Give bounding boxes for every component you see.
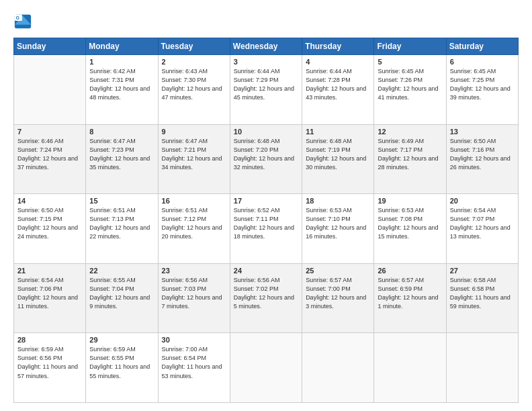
day-cell: 9Sunrise: 6:47 AMSunset: 7:21 PMDaylight… — [158, 124, 230, 194]
weekday-header-saturday: Saturday — [446, 38, 518, 55]
day-cell — [14, 55, 86, 125]
day-cell: 14Sunrise: 6:50 AMSunset: 7:15 PMDayligh… — [14, 194, 86, 264]
weekday-header-thursday: Thursday — [302, 38, 374, 55]
day-number: 10 — [234, 128, 298, 136]
day-cell: 12Sunrise: 6:49 AMSunset: 7:17 PMDayligh… — [374, 124, 446, 194]
day-cell — [374, 333, 446, 403]
day-cell: 1Sunrise: 6:42 AMSunset: 7:31 PMDaylight… — [86, 55, 158, 125]
day-info: Sunrise: 6:44 AMSunset: 7:29 PMDaylight:… — [234, 67, 298, 102]
day-info: Sunrise: 6:50 AMSunset: 7:15 PMDaylight:… — [17, 206, 82, 241]
day-info: Sunrise: 6:47 AMSunset: 7:21 PMDaylight:… — [162, 137, 226, 172]
day-info: Sunrise: 6:45 AMSunset: 7:26 PMDaylight:… — [378, 67, 442, 102]
day-number: 15 — [89, 197, 154, 205]
weekday-header-row: SundayMondayTuesdayWednesdayThursdayFrid… — [14, 38, 519, 55]
day-cell: 13Sunrise: 6:50 AMSunset: 7:16 PMDayligh… — [446, 124, 518, 194]
day-cell: 17Sunrise: 6:52 AMSunset: 7:11 PMDayligh… — [230, 194, 302, 264]
day-info: Sunrise: 6:42 AMSunset: 7:31 PMDaylight:… — [89, 67, 154, 102]
day-number: 12 — [378, 128, 442, 136]
day-info: Sunrise: 6:46 AMSunset: 7:24 PMDaylight:… — [17, 137, 82, 172]
svg-text:G: G — [16, 15, 19, 20]
day-number: 21 — [17, 267, 82, 275]
day-info: Sunrise: 6:56 AMSunset: 7:02 PMDaylight:… — [234, 276, 298, 311]
day-cell: 29Sunrise: 6:59 AMSunset: 6:55 PMDayligh… — [86, 333, 158, 403]
day-number: 3 — [234, 58, 298, 66]
day-cell: 2Sunrise: 6:43 AMSunset: 7:30 PMDaylight… — [158, 55, 230, 125]
day-number: 17 — [234, 197, 298, 205]
day-number: 30 — [162, 336, 226, 344]
day-cell: 6Sunrise: 6:45 AMSunset: 7:25 PMDaylight… — [446, 55, 518, 125]
page: G SundayMondayTuesdayWednesdayThursdayFr… — [0, 0, 532, 411]
logo-icon: G — [13, 12, 32, 31]
day-cell: 24Sunrise: 6:56 AMSunset: 7:02 PMDayligh… — [230, 263, 302, 333]
logo: G — [13, 12, 35, 31]
day-info: Sunrise: 6:54 AMSunset: 7:06 PMDaylight:… — [17, 276, 82, 311]
day-cell: 27Sunrise: 6:58 AMSunset: 6:58 PMDayligh… — [446, 263, 518, 333]
day-info: Sunrise: 6:57 AMSunset: 6:59 PMDaylight:… — [378, 276, 442, 311]
day-info: Sunrise: 6:59 AMSunset: 6:55 PMDaylight:… — [89, 345, 154, 380]
day-number: 28 — [17, 336, 82, 344]
weekday-header-friday: Friday — [374, 38, 446, 55]
day-info: Sunrise: 6:59 AMSunset: 6:56 PMDaylight:… — [17, 345, 82, 380]
calendar-table: SundayMondayTuesdayWednesdayThursdayFrid… — [13, 38, 519, 403]
day-number: 8 — [89, 128, 154, 136]
day-info: Sunrise: 6:52 AMSunset: 7:11 PMDaylight:… — [234, 206, 298, 241]
day-number: 18 — [306, 197, 370, 205]
day-number: 24 — [234, 267, 298, 275]
day-cell: 7Sunrise: 6:46 AMSunset: 7:24 PMDaylight… — [14, 124, 86, 194]
day-info: Sunrise: 6:57 AMSunset: 7:00 PMDaylight:… — [306, 276, 370, 311]
day-number: 27 — [450, 267, 515, 275]
day-info: Sunrise: 7:00 AMSunset: 6:54 PMDaylight:… — [162, 345, 226, 380]
day-info: Sunrise: 6:51 AMSunset: 7:13 PMDaylight:… — [89, 206, 154, 241]
day-cell — [230, 333, 302, 403]
day-cell — [302, 333, 374, 403]
day-cell: 16Sunrise: 6:51 AMSunset: 7:12 PMDayligh… — [158, 194, 230, 264]
day-info: Sunrise: 6:49 AMSunset: 7:17 PMDaylight:… — [378, 137, 442, 172]
day-cell: 25Sunrise: 6:57 AMSunset: 7:00 PMDayligh… — [302, 263, 374, 333]
day-number: 9 — [162, 128, 226, 136]
day-number: 7 — [17, 128, 82, 136]
day-number: 2 — [162, 58, 226, 66]
week-row-3: 14Sunrise: 6:50 AMSunset: 7:15 PMDayligh… — [14, 194, 519, 264]
day-cell: 28Sunrise: 6:59 AMSunset: 6:56 PMDayligh… — [14, 333, 86, 403]
day-cell: 20Sunrise: 6:54 AMSunset: 7:07 PMDayligh… — [446, 194, 518, 264]
day-info: Sunrise: 6:43 AMSunset: 7:30 PMDaylight:… — [162, 67, 226, 102]
day-info: Sunrise: 6:58 AMSunset: 6:58 PMDaylight:… — [450, 276, 515, 311]
day-number: 20 — [450, 197, 515, 205]
day-info: Sunrise: 6:53 AMSunset: 7:08 PMDaylight:… — [378, 206, 442, 241]
week-row-2: 7Sunrise: 6:46 AMSunset: 7:24 PMDaylight… — [14, 124, 519, 194]
day-info: Sunrise: 6:47 AMSunset: 7:23 PMDaylight:… — [89, 137, 154, 172]
day-info: Sunrise: 6:51 AMSunset: 7:12 PMDaylight:… — [162, 206, 226, 241]
day-number: 6 — [450, 58, 515, 66]
day-cell: 5Sunrise: 6:45 AMSunset: 7:26 PMDaylight… — [374, 55, 446, 125]
week-row-4: 21Sunrise: 6:54 AMSunset: 7:06 PMDayligh… — [14, 263, 519, 333]
day-number: 4 — [306, 58, 370, 66]
day-info: Sunrise: 6:44 AMSunset: 7:28 PMDaylight:… — [306, 67, 370, 102]
day-cell: 4Sunrise: 6:44 AMSunset: 7:28 PMDaylight… — [302, 55, 374, 125]
day-info: Sunrise: 6:48 AMSunset: 7:20 PMDaylight:… — [234, 137, 298, 172]
day-cell: 22Sunrise: 6:55 AMSunset: 7:04 PMDayligh… — [86, 263, 158, 333]
day-info: Sunrise: 6:48 AMSunset: 7:19 PMDaylight:… — [306, 137, 370, 172]
day-cell: 10Sunrise: 6:48 AMSunset: 7:20 PMDayligh… — [230, 124, 302, 194]
day-number: 29 — [89, 336, 154, 344]
day-number: 23 — [162, 267, 226, 275]
day-cell: 11Sunrise: 6:48 AMSunset: 7:19 PMDayligh… — [302, 124, 374, 194]
day-number: 13 — [450, 128, 515, 136]
day-number: 11 — [306, 128, 370, 136]
day-number: 25 — [306, 267, 370, 275]
day-cell: 30Sunrise: 7:00 AMSunset: 6:54 PMDayligh… — [158, 333, 230, 403]
day-cell: 26Sunrise: 6:57 AMSunset: 6:59 PMDayligh… — [374, 263, 446, 333]
day-info: Sunrise: 6:56 AMSunset: 7:03 PMDaylight:… — [162, 276, 226, 311]
week-row-1: 1Sunrise: 6:42 AMSunset: 7:31 PMDaylight… — [14, 55, 519, 125]
day-cell: 8Sunrise: 6:47 AMSunset: 7:23 PMDaylight… — [86, 124, 158, 194]
day-number: 14 — [17, 197, 82, 205]
day-info: Sunrise: 6:55 AMSunset: 7:04 PMDaylight:… — [89, 276, 154, 311]
day-info: Sunrise: 6:45 AMSunset: 7:25 PMDaylight:… — [450, 67, 515, 102]
day-number: 19 — [378, 197, 442, 205]
day-cell — [446, 333, 518, 403]
day-info: Sunrise: 6:50 AMSunset: 7:16 PMDaylight:… — [450, 137, 515, 172]
weekday-header-wednesday: Wednesday — [230, 38, 302, 55]
header: G — [13, 12, 519, 31]
day-cell: 18Sunrise: 6:53 AMSunset: 7:10 PMDayligh… — [302, 194, 374, 264]
day-number: 5 — [378, 58, 442, 66]
day-cell: 21Sunrise: 6:54 AMSunset: 7:06 PMDayligh… — [14, 263, 86, 333]
